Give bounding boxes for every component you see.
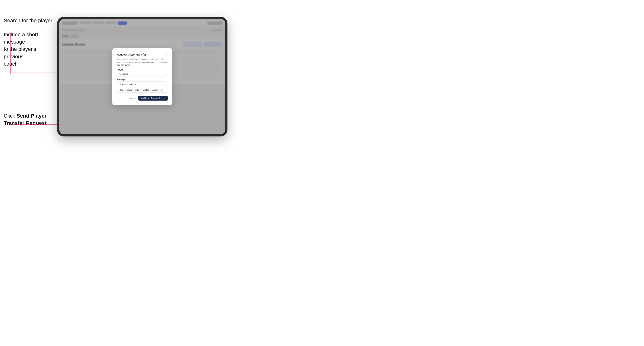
annotation-search: Search for the player. bbox=[4, 17, 56, 24]
annotation-search-text: Search for the player. bbox=[4, 17, 54, 23]
annotation-click-bold: Send Player Transfer Request bbox=[4, 113, 46, 126]
transfer-modal: Request player transfer ✕ If the player … bbox=[112, 48, 172, 105]
annotation-message: Include a short messageto the player's p… bbox=[4, 31, 56, 67]
tablet-screen: Update Roster Request player transfer ✕ bbox=[59, 19, 225, 134]
modal-header: Request player transfer ✕ bbox=[117, 53, 168, 56]
modal-footer: Cancel Send Player Transfer Request bbox=[117, 96, 168, 101]
player-input[interactable] bbox=[117, 72, 168, 76]
message-textarea[interactable]: Hi Coach McHarg, Please accept this tran… bbox=[117, 81, 168, 93]
modal-description: If the player is transferring from anoth… bbox=[117, 58, 168, 66]
player-label: Player bbox=[117, 69, 168, 71]
modal-overlay: Request player transfer ✕ If the player … bbox=[59, 19, 225, 134]
modal-close-button[interactable]: ✕ bbox=[164, 53, 168, 56]
annotation-message-text: Include a short messageto the player's p… bbox=[4, 32, 38, 67]
send-transfer-request-button[interactable]: Send Player Transfer Request bbox=[138, 96, 168, 101]
annotation-click-text: Click Send Player Transfer Request bbox=[4, 113, 46, 126]
cancel-button[interactable]: Cancel bbox=[127, 96, 137, 100]
message-label: Message bbox=[117, 78, 168, 81]
annotation-click: Click Send Player Transfer Request bbox=[4, 112, 56, 127]
modal-title: Request player transfer bbox=[117, 53, 146, 56]
tablet-device: Update Roster Request player transfer ✕ bbox=[57, 17, 228, 137]
